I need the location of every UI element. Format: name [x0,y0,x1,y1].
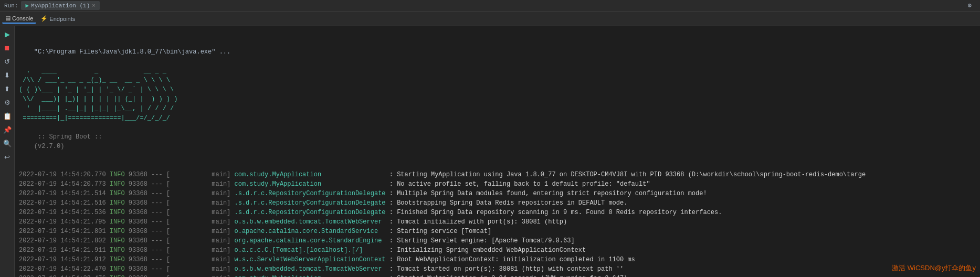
log-thread-10: [ main] [166,265,235,273]
run-bar: Run: ▶ MyApplication (1) × ⚙ [0,0,980,12]
log-thread-0: [ main] [166,171,235,178]
log-thread-4: [ main] [166,209,235,216]
log-timestamp-0: 2022-07-19 14:54:20.770 [19,171,110,178]
log-class-4: .s.d.r.c.RepositoryConfigurationDelegate [234,209,385,216]
log-pid-3: 93368 --- [129,199,166,207]
run-button[interactable]: ▶ [2,28,13,40]
run-tab-name: MyApplication (1) [31,3,90,9]
log-message-5: : Tomcat initialized with port(s): 38081… [386,218,567,226]
log-class-3: .s.d.r.c.RepositoryConfigurationDelegate [234,199,385,207]
cmd-arrow [34,39,41,46]
ascii-line-5: ' |____| .__|_| |_|_| |_\__, | / / / / [19,104,976,113]
log-pid-8: 93368 --- [129,247,166,254]
wrap-button[interactable]: ↩ [2,151,13,163]
log-thread-5: [ main] [166,218,235,226]
log-thread-6: [ main] [166,228,235,235]
cmd-text: "C:\Program Files\Java\jdk1.8.0_77\bin\j… [34,48,230,56]
log-timestamp-11: 2022-07-19 14:54:22.476 [19,275,110,277]
log-timestamp-9: 2022-07-19 14:54:21.912 [19,256,110,263]
log-pid-9: 93368 --- [129,256,166,263]
log-timestamp-1: 2022-07-19 14:54:20.773 [19,180,110,188]
log-thread-7: [ main] [166,237,235,244]
log-message-4: : Finished Spring Data repository scanni… [386,209,722,216]
log-pid-6: 93368 --- [129,228,166,235]
stop-button[interactable]: ⏹ [2,42,13,54]
log-pid-5: 93368 --- [129,218,166,226]
log-message-3: : Bootstrapping Spring Data Redis reposi… [386,199,628,207]
log-message-10: : Tomcat started on port(s): 38081 (http… [386,265,624,273]
log-entry-7: 2022-07-19 14:54:21.802 INFO 93368 --- [… [19,236,976,246]
settings-button[interactable]: ⚙ [2,97,13,108]
filter-button[interactable]: 🔍 [2,137,13,149]
log-message-2: : Multiple Spring Data modules found, en… [386,190,707,197]
log-entry-6: 2022-07-19 14:54:21.801 INFO 93368 --- [… [19,227,976,236]
log-pid-2: 93368 --- [129,190,166,197]
log-timestamp-3: 2022-07-19 14:54:21.516 [19,199,110,207]
log-level-8: INFO [110,247,129,254]
console-tab[interactable]: ▤ Console [2,14,36,24]
log-class-6: o.apache.catalina.core.StandardService [234,228,385,235]
endpoints-icon: ⚡ [40,15,48,22]
ascii-line-3: ( ( )\___ | '_ | '_| | '_ \/ _` | \ \ \ … [19,85,976,94]
log-class-10: o.s.b.w.embedded.tomcat.TomcatWebServer [234,265,385,273]
log-container: 2022-07-19 14:54:20.770 INFO 93368 --- [… [19,170,976,277]
run-tab-close[interactable]: × [92,3,96,9]
log-class-7: org.apache.catalina.core.StandardEngine [234,237,385,244]
log-class-1: com.study.MyApplication [234,180,385,188]
cmd-line: "C:\Program Files\Java\jdk1.8.0_77\bin\j… [19,28,976,66]
log-pid-7: 93368 --- [129,237,166,244]
log-message-0: : Starting MyApplication using Java 1.8.… [386,171,866,178]
log-level-9: INFO [110,256,129,263]
run-tab-icon: ▶ [25,2,29,9]
log-level-3: INFO [110,199,129,207]
console-label: Console [12,15,33,22]
log-timestamp-10: 2022-07-19 14:54:22.470 [19,265,110,273]
log-entry-5: 2022-07-19 14:54:21.795 INFO 93368 --- [… [19,217,976,227]
log-pid-4: 93368 --- [129,209,166,216]
toolbar: ▤ Console ⚡ Endpoints [0,12,980,26]
log-entry-10: 2022-07-19 14:54:22.470 INFO 93368 --- [… [19,264,976,274]
log-level-10: INFO [110,265,129,273]
log-entry-2: 2022-07-19 14:54:21.514 INFO 93368 --- [… [19,189,976,198]
run-tab[interactable]: ▶ MyApplication (1) × [21,1,99,10]
log-pid-10: 93368 --- [129,265,166,273]
log-class-8: o.a.c.c.C.[Tomcat].[localhost].[/] [234,247,385,254]
run-label: Run: [4,3,18,9]
log-entry-11: 2022-07-19 14:54:22.476 INFO 93368 --- [… [19,274,976,277]
log-level-6: INFO [110,228,129,235]
log-timestamp-4: 2022-07-19 14:54:21.536 [19,209,110,216]
log-pid-11: 93368 --- [129,275,166,277]
log-timestamp-2: 2022-07-19 14:54:21.514 [19,190,110,197]
log-pid-1: 93368 --- [129,180,166,188]
copy-button[interactable]: 📋 [2,110,13,122]
spring-boot-label: :: Spring Boot :: [34,133,163,141]
settings-icon[interactable]: ⚙ [968,2,976,9]
log-level-4: INFO [110,209,129,216]
log-entry-3: 2022-07-19 14:54:21.516 INFO 93368 --- [… [19,198,976,208]
log-thread-3: [ main] [166,199,235,207]
log-entry-8: 2022-07-19 14:54:21.911 INFO 93368 --- [… [19,246,976,255]
rerun-button[interactable]: ↺ [2,56,13,67]
log-class-9: w.s.c.ServletWebServerApplicationContext [234,256,385,263]
log-entry-4: 2022-07-19 14:54:21.536 INFO 93368 --- [… [19,208,976,217]
scroll-down-button[interactable]: ⬇ [2,69,13,81]
log-thread-9: [ main] [166,256,235,263]
log-level-1: INFO [110,180,129,188]
log-timestamp-7: 2022-07-19 14:54:21.802 [19,237,110,244]
log-message-7: : Starting Servlet engine: [Apache Tomca… [386,237,575,244]
log-entry-0: 2022-07-19 14:54:20.770 INFO 93368 --- [… [19,170,976,179]
pin-button[interactable]: 📌 [2,124,13,135]
log-pid-0: 93368 --- [129,171,166,178]
log-level-5: INFO [110,218,129,226]
console-area[interactable]: "C:\Program Files\Java\jdk1.8.0_77\bin\j… [15,26,980,277]
log-timestamp-5: 2022-07-19 14:54:21.795 [19,218,110,226]
log-level-0: INFO [110,171,129,178]
ascii-line-2: /\\ / ___'_ __ _ _(_)_ __ __ _ \ \ \ \ [19,76,976,85]
endpoints-tab[interactable]: ⚡ Endpoints [37,14,78,23]
log-message-6: : Starting service [Tomcat] [386,228,492,235]
ascii-line-6: =========|_|==============|___/=/_/_/_/ [19,113,976,123]
log-entry-1: 2022-07-19 14:54:20.773 INFO 93368 --- [… [19,179,976,189]
ascii-line-4: \\/ ___)| |_)| | | | | || (_| | ) ) ) ) [19,94,976,104]
log-message-11: : Started MyApplication in 2.04 seconds … [386,275,628,277]
scroll-up-button[interactable]: ⬆ [2,83,13,94]
